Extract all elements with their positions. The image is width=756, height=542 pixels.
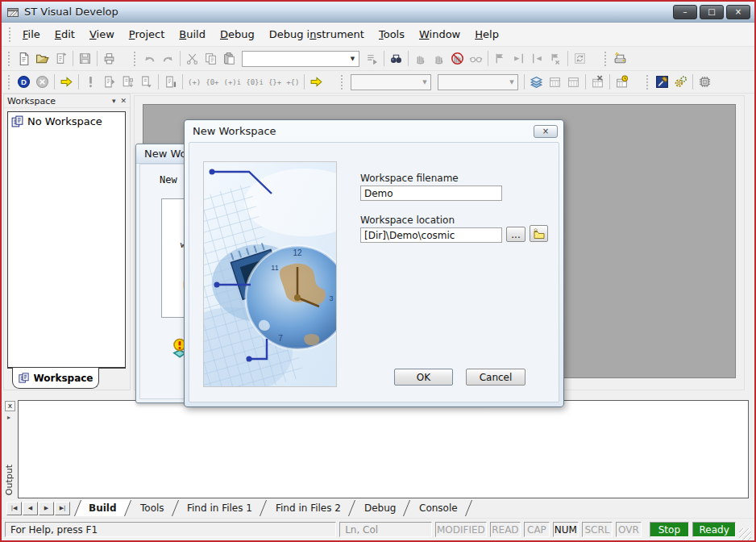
menu-item-file[interactable]: File (15, 26, 48, 43)
scroll-last-button[interactable]: ▶| (55, 502, 70, 515)
menu-item-build[interactable]: Build (172, 26, 213, 43)
maximize-button[interactable]: □ (700, 5, 724, 19)
ok-button[interactable]: OK (394, 369, 453, 386)
toolbar-grip[interactable] (604, 51, 608, 67)
step-into-button[interactable]: (+) (185, 73, 203, 91)
target-combo[interactable]: ▼ (438, 74, 518, 90)
undo-button[interactable] (140, 50, 159, 68)
find-text-combo[interactable]: ▼ (242, 51, 359, 67)
new-folder-button[interactable] (530, 225, 548, 242)
refresh-button[interactable] (571, 50, 589, 68)
bookmark-toggle-button[interactable] (491, 50, 509, 68)
breakpoint-button[interactable] (81, 73, 100, 91)
program-device-button[interactable] (611, 50, 629, 68)
toolbar-grip[interactable] (646, 74, 650, 90)
step-out-button[interactable]: {}+ (266, 73, 284, 91)
scroll-next-button[interactable]: ▶ (39, 502, 54, 515)
menu-item-edit[interactable]: Edit (48, 26, 82, 43)
tree-item-no-workspace[interactable]: No Workspace (8, 112, 125, 128)
tab-build[interactable]: Build (74, 500, 131, 516)
tab-console[interactable]: Console (405, 500, 472, 516)
toolbar-grip[interactable] (7, 51, 11, 67)
tab-workspace[interactable]: Workspace (12, 368, 99, 389)
no-grab-button[interactable] (448, 50, 467, 68)
debug-start-button[interactable] (15, 73, 33, 91)
redo-button[interactable] (159, 50, 177, 68)
rebuild-button[interactable] (137, 73, 156, 91)
save-button[interactable] (76, 50, 94, 68)
copy-button[interactable] (201, 50, 220, 68)
continue-button[interactable] (57, 73, 76, 91)
toolbar-grip[interactable] (7, 74, 11, 90)
scroll-first-button[interactable]: |◀ (6, 502, 22, 515)
save-workspace-button[interactable] (52, 50, 70, 68)
workspace-filename-input[interactable] (360, 186, 502, 201)
menu-item-view[interactable]: View (82, 26, 122, 43)
tab-find-in-files-1[interactable]: Find in Files 1 (173, 500, 267, 516)
main-area: Workspace ▾ ✕ No Workspace Workspace New… (2, 94, 754, 398)
config-combo[interactable]: ▼ (351, 74, 431, 90)
step-over-button[interactable]: {0+ (203, 73, 221, 91)
find-next-button[interactable] (363, 50, 381, 68)
timed-build-button[interactable] (613, 73, 631, 91)
build-target-button[interactable] (527, 73, 546, 91)
menu-item-project[interactable]: Project (122, 26, 172, 43)
cut-button[interactable] (183, 50, 201, 68)
scroll-prev-button[interactable]: ◀ (23, 502, 38, 515)
paste-button[interactable] (220, 50, 239, 68)
dialog-title-bar[interactable]: New Workspace × (185, 120, 563, 142)
cancel-button[interactable]: Cancel (466, 369, 525, 386)
close-button[interactable]: × (726, 5, 750, 19)
toolbar-grip[interactable] (340, 74, 344, 90)
toolbar-separator (73, 51, 73, 66)
build-all-button[interactable] (564, 73, 583, 91)
tab-debug[interactable]: Debug (351, 500, 411, 516)
build-button[interactable] (118, 73, 137, 91)
grab-button[interactable] (411, 50, 430, 68)
quick-watch-button[interactable] (467, 50, 485, 68)
new-document-button[interactable] (15, 50, 33, 68)
menu-item-window[interactable]: Window (412, 26, 467, 43)
menu-grip[interactable] (8, 27, 12, 43)
restart-button[interactable] (307, 73, 326, 91)
output-content[interactable] (18, 400, 749, 498)
bookmark-next-button[interactable] (509, 50, 528, 68)
minimize-button[interactable]: – (673, 5, 697, 19)
browse-button[interactable]: ... (506, 227, 525, 242)
print-button[interactable] (100, 50, 118, 68)
panel-close-icon[interactable]: ✕ (120, 97, 127, 105)
menu-item-debug[interactable]: Debug (213, 26, 262, 43)
step-into-asm-button[interactable]: (+)i (222, 73, 244, 91)
tab-tools[interactable]: Tools (126, 500, 178, 516)
mcu-chip-button[interactable] (696, 73, 714, 91)
bookmark-clear-button[interactable] (546, 50, 565, 68)
workspace-location-input[interactable] (360, 227, 502, 243)
options-gears-button[interactable] (671, 73, 690, 91)
grab-all-button[interactable] (430, 50, 448, 68)
output-expand-icon[interactable]: ▸ (7, 414, 10, 421)
open-workspace-button[interactable] (33, 50, 52, 68)
debug-stop-button[interactable] (33, 73, 52, 91)
workspace-tree[interactable]: No Workspace (7, 111, 126, 368)
menu-item-tools[interactable]: Tools (372, 26, 412, 43)
find-in-files-button[interactable] (387, 50, 405, 68)
docbar-icon (164, 75, 177, 89)
compile-button[interactable] (100, 73, 118, 91)
batch-build-button[interactable] (161, 73, 180, 91)
step-over-asm-button[interactable]: {0}i (243, 73, 266, 91)
output-close-button[interactable]: x (5, 401, 15, 411)
stop-build-button[interactable] (588, 73, 607, 91)
dialog-close-button[interactable]: × (534, 125, 558, 138)
toolbar-grip[interactable] (133, 51, 137, 67)
tab-find-in-files-2[interactable]: Find in Files 2 (262, 500, 355, 516)
make-button[interactable] (546, 73, 564, 91)
resize-grip[interactable] (739, 528, 751, 540)
menu-item-debug-instrument[interactable]: Debug instrument (262, 26, 372, 43)
menu-item-help[interactable]: Help (467, 26, 506, 43)
menu-items: FileEditViewProjectBuildDebugDebug instr… (15, 26, 506, 43)
panel-menu-chevron-icon[interactable]: ▾ (112, 97, 116, 105)
run-to-cursor-button[interactable]: +{) (284, 73, 301, 91)
bookmark-prev-button[interactable] (528, 50, 546, 68)
workspace-panel-header[interactable]: Workspace ▾ ✕ (4, 94, 130, 108)
tools-hammer-button[interactable] (653, 73, 671, 91)
